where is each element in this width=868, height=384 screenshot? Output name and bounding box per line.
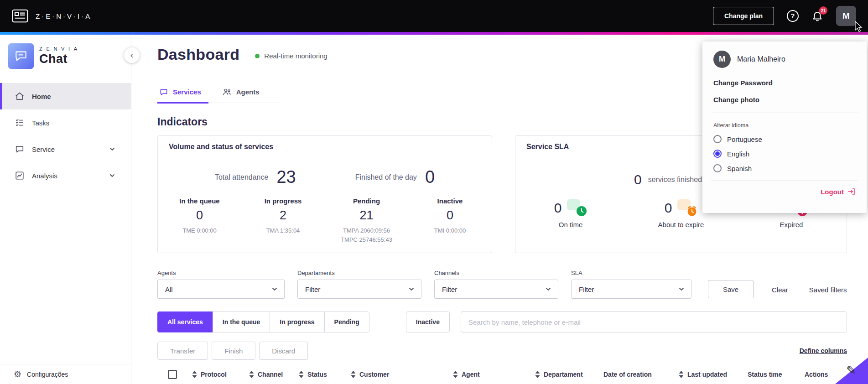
product-logo: Z·E·N·V·I·A Chat bbox=[8, 43, 131, 69]
column-header-date-of-creation[interactable]: Date of creation bbox=[603, 371, 679, 378]
page-title: Dashboard bbox=[157, 46, 239, 63]
radio-selected-icon[interactable] bbox=[713, 150, 722, 158]
user-avatar[interactable]: M bbox=[836, 6, 856, 26]
chevron-down-icon[interactable] bbox=[109, 146, 115, 152]
tab-agents[interactable]: Agents bbox=[220, 87, 267, 104]
sidebar-item-settings[interactable]: ⚙ Configurações bbox=[0, 364, 131, 384]
chart-icon bbox=[15, 171, 25, 181]
radio-icon[interactable] bbox=[713, 135, 722, 143]
sidebar-collapse-button[interactable]: ‹ bbox=[124, 47, 140, 63]
sidebar-item-analysis[interactable]: Analysis bbox=[0, 162, 131, 189]
sidebar-item-label: Service bbox=[32, 145, 55, 153]
sidebar-item-label: Analysis bbox=[32, 172, 57, 180]
change-password-item[interactable]: Change Password bbox=[713, 79, 856, 87]
sidebar-menu: Home Tasks Service bbox=[0, 83, 131, 189]
language-option-portuguese[interactable]: Portuguese bbox=[713, 135, 856, 143]
chevron-down-icon[interactable] bbox=[109, 172, 115, 179]
sidebar-item-label: Tasks bbox=[32, 119, 49, 127]
select-all-checkbox[interactable] bbox=[168, 370, 177, 379]
sla-summary-value: 0 bbox=[634, 172, 642, 187]
agents-tab-icon bbox=[222, 87, 232, 97]
stat-inactive: Inactive 0 TMI 0:00:00 bbox=[408, 197, 492, 244]
top-bar: Z·E·N·V·I·A Change plan ? 21 M bbox=[0, 0, 868, 32]
sidebar-item-tasks[interactable]: Tasks bbox=[0, 109, 131, 136]
column-header-customer[interactable]: Customer bbox=[351, 371, 453, 378]
segment-pending[interactable]: Pending bbox=[324, 311, 369, 332]
column-header-status[interactable]: Status bbox=[299, 371, 351, 378]
departaments-select[interactable]: Filter bbox=[297, 280, 421, 299]
volume-card-title: Volume and status of services bbox=[158, 136, 492, 158]
language-option-english[interactable]: English bbox=[713, 150, 856, 158]
sort-icon bbox=[249, 371, 254, 378]
tab-services[interactable]: Services bbox=[157, 87, 208, 104]
saved-filters-link[interactable]: Saved filters bbox=[809, 286, 847, 294]
filter-departaments: Departaments Filter bbox=[297, 270, 421, 299]
sidebar-item-service[interactable]: Service bbox=[0, 136, 131, 162]
finished-value: 0 bbox=[425, 167, 435, 187]
column-header-last-updated[interactable]: Last updated bbox=[679, 371, 748, 378]
home-icon bbox=[15, 91, 25, 101]
on-time-icon bbox=[567, 199, 587, 217]
realtime-label: Real-time monitoring bbox=[264, 52, 327, 60]
tab-label: Services bbox=[173, 88, 201, 96]
chevron-down-icon bbox=[678, 286, 685, 292]
pencil-icon[interactable]: ✎ bbox=[846, 363, 856, 378]
discard-button[interactable]: Discard bbox=[259, 342, 308, 360]
total-attendance-value: 23 bbox=[276, 167, 296, 187]
change-plan-button[interactable]: Change plan bbox=[713, 7, 774, 25]
sort-icon bbox=[453, 371, 458, 378]
language-option-spanish[interactable]: Spanish bbox=[713, 164, 856, 172]
channels-select[interactable]: Filter bbox=[434, 280, 558, 299]
column-header-channel[interactable]: Channel bbox=[249, 371, 299, 378]
zenvia-logo-icon bbox=[12, 9, 28, 23]
save-filter-button[interactable]: Save bbox=[708, 280, 754, 298]
filter-agents: Agents All bbox=[157, 270, 285, 299]
tab-bar: Services Agents bbox=[157, 87, 279, 103]
sla-stat-on-time: 0 On time bbox=[515, 199, 626, 228]
gear-icon: ⚙ bbox=[14, 369, 21, 379]
chat-logo-icon bbox=[8, 43, 34, 69]
sla-select[interactable]: Filter bbox=[571, 280, 691, 299]
segment-all-services[interactable]: All services bbox=[157, 311, 213, 332]
sort-icon bbox=[679, 371, 684, 378]
status-dot bbox=[255, 54, 260, 58]
stat-pending: Pending 21 TMPA 2060:09:56 TMPC 25746:55… bbox=[325, 197, 408, 244]
help-icon[interactable]: ? bbox=[787, 10, 799, 22]
column-header-protocol[interactable]: Protocol bbox=[192, 371, 249, 378]
service-list-controls: All services In the queue In progress Pe… bbox=[157, 311, 847, 332]
chat-bubble-icon bbox=[15, 144, 25, 154]
about-to-expire-icon bbox=[677, 199, 697, 217]
total-attendance-label: Total attendance bbox=[215, 173, 268, 182]
define-columns-link[interactable]: Define columns bbox=[800, 347, 847, 354]
clear-filters-link[interactable]: Clear bbox=[772, 286, 788, 294]
finish-button[interactable]: Finish bbox=[212, 342, 255, 360]
language-section-label: Alterar idioma bbox=[713, 122, 856, 129]
transfer-button[interactable]: Transfer bbox=[157, 342, 208, 360]
menu-divider bbox=[711, 113, 858, 113]
sort-icon bbox=[299, 371, 304, 378]
search-input[interactable] bbox=[461, 311, 847, 332]
brand-text: Z·E·N·V·I·A bbox=[36, 12, 92, 20]
column-header-status-time[interactable]: Status time bbox=[748, 371, 805, 378]
realtime-status: Real-time monitoring bbox=[255, 52, 327, 60]
segment-in-progress[interactable]: In progress bbox=[270, 311, 324, 332]
chevron-down-icon bbox=[271, 286, 278, 292]
user-menu-avatar: M bbox=[713, 51, 731, 68]
settings-label: Configurações bbox=[27, 371, 68, 378]
change-photo-item[interactable]: Change photo bbox=[713, 96, 856, 104]
services-table-header: Protocol Channel Status Customer Agent D… bbox=[157, 370, 847, 379]
agents-select[interactable]: All bbox=[157, 280, 285, 299]
sidebar-item-home[interactable]: Home bbox=[0, 83, 131, 109]
notifications-button[interactable]: 21 bbox=[811, 10, 823, 22]
segment-in-the-queue[interactable]: In the queue bbox=[213, 311, 270, 332]
radio-icon[interactable] bbox=[713, 164, 722, 172]
menu-divider bbox=[711, 181, 858, 181]
logout-button[interactable]: Logout bbox=[713, 187, 856, 196]
segment-inactive[interactable]: Inactive bbox=[406, 311, 450, 332]
column-header-departament[interactable]: Departament bbox=[535, 371, 603, 378]
services-tab-icon bbox=[159, 88, 168, 97]
notification-badge: 21 bbox=[819, 6, 827, 15]
column-header-agent[interactable]: Agent bbox=[453, 371, 535, 378]
user-name: Maria Malheiro bbox=[737, 55, 785, 63]
tab-label: Agents bbox=[236, 88, 260, 96]
